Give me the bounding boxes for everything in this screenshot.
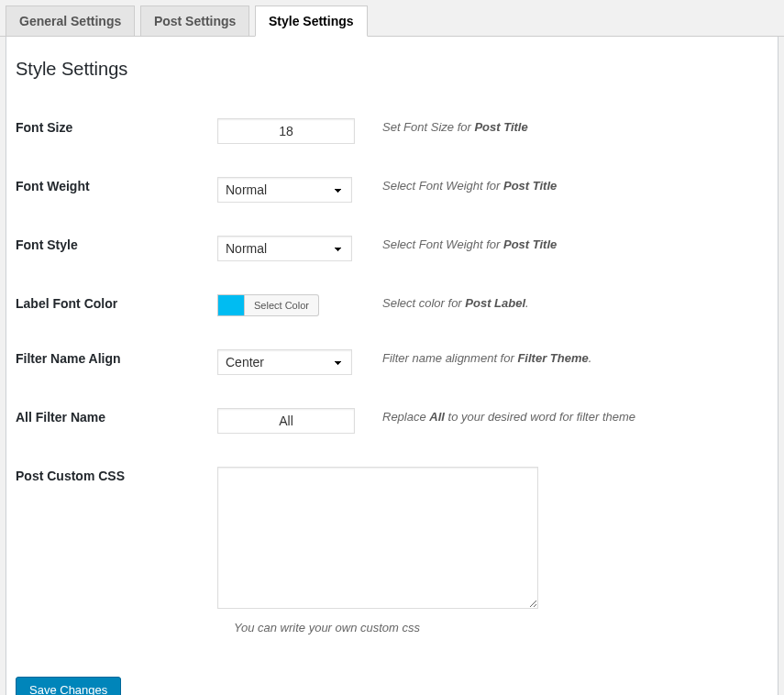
font-weight-description: Select Font Weight for Post Title [382,160,768,219]
font-weight-select[interactable]: Normal [217,177,352,203]
settings-tabs: General Settings Post Settings Style Set… [0,0,784,37]
tab-style-settings[interactable]: Style Settings [255,6,368,37]
font-size-description: Set Font Size for Post Title [382,102,768,160]
filter-align-description: Filter name alignment for Filter Theme. [382,333,768,392]
label-font-color-label: Label Font Color [16,278,217,333]
font-weight-label: Font Weight [16,160,217,219]
tab-post-settings[interactable]: Post Settings [140,6,249,37]
custom-css-description: You can write your own custom css [217,621,755,634]
font-style-description: Select Font Weight for Post Title [382,219,768,278]
post-custom-css-label: Post Custom CSS [16,450,217,651]
post-custom-css-textarea[interactable] [217,467,538,609]
save-changes-button[interactable]: Save Changes [16,677,121,695]
all-filter-description: Replace All to your desired word for fil… [382,392,768,450]
settings-form: Font Size Set Font Size for Post Title F… [16,102,768,651]
font-style-select[interactable]: Normal [217,236,352,261]
font-size-label: Font Size [16,102,217,160]
color-swatch[interactable] [217,294,245,316]
all-filter-name-input[interactable] [217,408,355,434]
style-settings-panel: Style Settings Font Size Set Font Size f… [6,37,778,695]
filter-name-align-label: Filter Name Align [16,333,217,392]
all-filter-name-label: All Filter Name [16,392,217,450]
page-title: Style Settings [16,59,768,80]
select-color-button[interactable]: Select Color [245,294,319,316]
label-color-description: Select color for Post Label. [382,278,768,333]
font-style-label: Font Style [16,219,217,278]
filter-name-align-select[interactable]: Center [217,349,352,375]
font-size-input[interactable] [217,118,355,144]
tab-general-settings[interactable]: General Settings [6,6,135,37]
